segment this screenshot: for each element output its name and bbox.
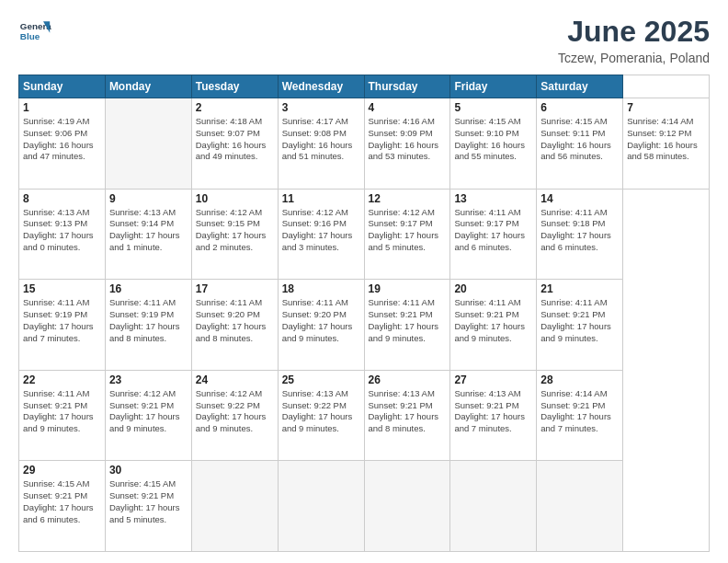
table-row: 2Sunrise: 4:18 AMSunset: 9:07 PMDaylight… xyxy=(191,98,278,190)
table-row: 14Sunrise: 4:11 AMSunset: 9:18 PMDayligh… xyxy=(537,189,623,280)
table-row: 8Sunrise: 4:13 AMSunset: 9:13 PMDaylight… xyxy=(19,189,106,280)
table-row xyxy=(364,461,450,552)
table-row: 11Sunrise: 4:12 AMSunset: 9:16 PMDayligh… xyxy=(278,189,364,280)
col-friday: Friday xyxy=(450,75,537,98)
table-row xyxy=(450,461,537,552)
table-row: 10Sunrise: 4:12 AMSunset: 9:15 PMDayligh… xyxy=(191,189,278,280)
table-row: 29Sunrise: 4:15 AMSunset: 9:21 PMDayligh… xyxy=(19,461,106,552)
table-row xyxy=(278,461,364,552)
table-row: 9Sunrise: 4:13 AMSunset: 9:14 PMDaylight… xyxy=(105,189,191,280)
table-row xyxy=(105,98,191,190)
table-row: 23Sunrise: 4:12 AMSunset: 9:21 PMDayligh… xyxy=(105,370,191,461)
table-row: 1Sunrise: 4:19 AMSunset: 9:06 PMDaylight… xyxy=(19,98,106,190)
table-row: 26Sunrise: 4:13 AMSunset: 9:21 PMDayligh… xyxy=(364,370,450,461)
calendar-page: General Blue June 2025 Tczew, Pomerania,… xyxy=(0,0,728,563)
table-row: 30Sunrise: 4:15 AMSunset: 9:21 PMDayligh… xyxy=(105,461,191,552)
table-row: 3Sunrise: 4:17 AMSunset: 9:08 PMDaylight… xyxy=(278,98,364,190)
table-row: 7Sunrise: 4:14 AMSunset: 9:12 PMDaylight… xyxy=(623,98,710,190)
col-monday: Monday xyxy=(105,75,191,98)
table-row: 15Sunrise: 4:11 AMSunset: 9:19 PMDayligh… xyxy=(19,280,106,371)
table-row: 13Sunrise: 4:11 AMSunset: 9:17 PMDayligh… xyxy=(450,189,537,280)
table-row: 28Sunrise: 4:14 AMSunset: 9:21 PMDayligh… xyxy=(537,370,623,461)
col-wednesday: Wednesday xyxy=(278,75,364,98)
table-row: 25Sunrise: 4:13 AMSunset: 9:22 PMDayligh… xyxy=(278,370,364,461)
calendar-table: Sunday Monday Tuesday Wednesday Thursday… xyxy=(18,75,710,552)
col-tuesday: Tuesday xyxy=(191,75,278,98)
table-row: 5Sunrise: 4:15 AMSunset: 9:10 PMDaylight… xyxy=(450,98,537,190)
svg-text:Blue: Blue xyxy=(20,31,40,41)
table-row: 19Sunrise: 4:11 AMSunset: 9:21 PMDayligh… xyxy=(364,280,450,371)
logo-icon: General Blue xyxy=(18,15,51,48)
table-row: 21Sunrise: 4:11 AMSunset: 9:21 PMDayligh… xyxy=(537,280,623,371)
table-row: 16Sunrise: 4:11 AMSunset: 9:19 PMDayligh… xyxy=(105,280,191,371)
table-row: 4Sunrise: 4:16 AMSunset: 9:09 PMDaylight… xyxy=(364,98,450,190)
table-row: 24Sunrise: 4:12 AMSunset: 9:22 PMDayligh… xyxy=(191,370,278,461)
col-thursday: Thursday xyxy=(364,75,450,98)
table-row xyxy=(191,461,278,552)
table-row: 12Sunrise: 4:12 AMSunset: 9:17 PMDayligh… xyxy=(364,189,450,280)
title-block: June 2025 Tczew, Pomerania, Poland xyxy=(558,15,710,65)
calendar-header-row: Sunday Monday Tuesday Wednesday Thursday… xyxy=(19,75,710,98)
table-row: 17Sunrise: 4:11 AMSunset: 9:20 PMDayligh… xyxy=(191,280,278,371)
logo: General Blue xyxy=(18,15,51,48)
table-row: 22Sunrise: 4:11 AMSunset: 9:21 PMDayligh… xyxy=(19,370,106,461)
table-row: 20Sunrise: 4:11 AMSunset: 9:21 PMDayligh… xyxy=(450,280,537,371)
table-row xyxy=(537,461,623,552)
month-title: June 2025 xyxy=(558,15,710,49)
table-row: 27Sunrise: 4:13 AMSunset: 9:21 PMDayligh… xyxy=(450,370,537,461)
col-sunday: Sunday xyxy=(19,75,106,98)
page-header: General Blue June 2025 Tczew, Pomerania,… xyxy=(18,15,710,65)
col-saturday: Saturday xyxy=(537,75,623,98)
table-row: 18Sunrise: 4:11 AMSunset: 9:20 PMDayligh… xyxy=(278,280,364,371)
table-row: 6Sunrise: 4:15 AMSunset: 9:11 PMDaylight… xyxy=(537,98,623,190)
location: Tczew, Pomerania, Poland xyxy=(558,51,710,65)
